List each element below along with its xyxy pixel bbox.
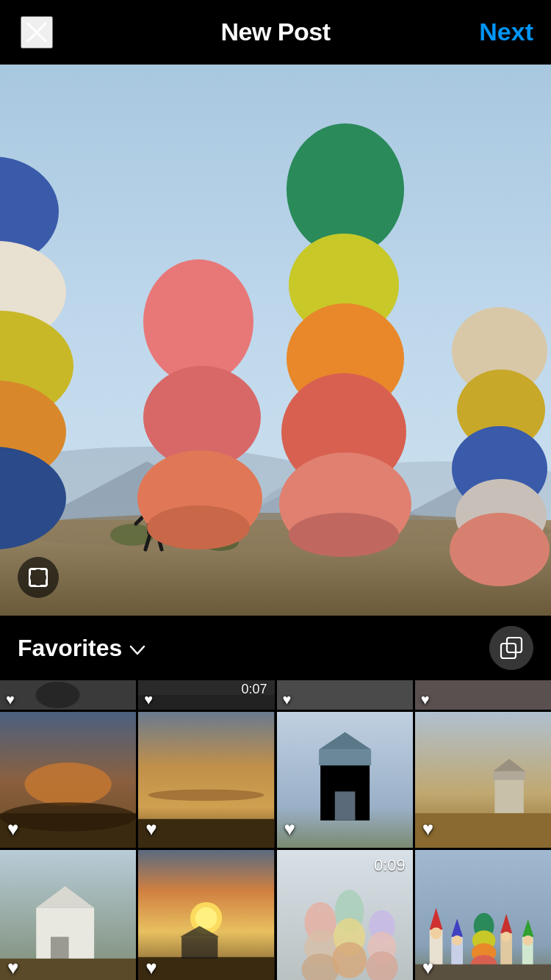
svg-rect-46: [277, 680, 413, 710]
svg-rect-61: [494, 777, 523, 813]
chevron-down-icon: [129, 639, 145, 660]
svg-point-24: [143, 259, 253, 384]
svg-rect-69: [0, 959, 136, 980]
svg-rect-64: [415, 813, 551, 848]
svg-rect-47: [415, 680, 551, 710]
svg-point-92: [452, 936, 462, 946]
like-icon: ♥: [283, 691, 292, 708]
like-icon: ♥: [284, 818, 295, 840]
grid-cell-r1c2[interactable]: ♥: [138, 712, 274, 848]
grid-partial-cell-4[interactable]: ♥: [415, 680, 551, 710]
grid-cell-r2c4[interactable]: ♥: [415, 850, 551, 980]
multi-select-button[interactable]: [489, 626, 533, 670]
duration-badge: 0:09: [374, 856, 406, 875]
like-icon: ♥: [145, 956, 156, 979]
svg-rect-57: [319, 749, 371, 765]
svg-rect-74: [181, 937, 217, 959]
grid-cell-r1c4[interactable]: ♥: [415, 712, 551, 848]
like-icon: ♥: [145, 818, 156, 840]
like-icon: ♥: [144, 691, 153, 708]
like-icon: ♥: [7, 818, 18, 840]
svg-rect-73: [138, 957, 274, 980]
duration-badge: 0:07: [241, 682, 267, 697]
grid-partial-cell-3[interactable]: ♥: [277, 680, 413, 710]
svg-point-27: [147, 505, 250, 550]
svg-point-82: [331, 942, 366, 978]
svg-point-53: [148, 789, 264, 801]
like-icon: ♥: [7, 956, 18, 979]
like-icon: ♥: [422, 956, 433, 979]
photo-preview: [0, 65, 551, 616]
svg-rect-54: [138, 819, 274, 848]
svg-rect-41: [501, 644, 516, 658]
album-bar: Favorites: [0, 616, 551, 680]
svg-point-102: [523, 936, 533, 946]
grid-cell-r2c3[interactable]: 0:09: [277, 850, 413, 980]
grid-partial-cell-1[interactable]: ♥: [0, 680, 136, 710]
page-title: New Post: [220, 18, 330, 46]
like-icon: ♥: [422, 818, 433, 840]
photo-grid: ♥ 0:07 ♥ ♥ ♥: [0, 680, 551, 980]
svg-point-99: [501, 932, 511, 943]
svg-rect-39: [29, 569, 47, 586]
album-name: Favorites: [18, 635, 122, 662]
grid-partial-cell-2[interactable]: 0:07 ♥: [138, 680, 274, 710]
grid-cell-r2c1[interactable]: ♥: [0, 850, 136, 980]
grid-cell-r1c1[interactable]: ♥: [0, 712, 136, 848]
svg-rect-45: [138, 695, 274, 710]
close-button[interactable]: [21, 16, 53, 48]
svg-point-43: [36, 682, 80, 708]
like-icon: ♥: [421, 691, 430, 708]
svg-point-89: [430, 928, 442, 940]
like-icon: ♥: [6, 691, 15, 708]
svg-rect-103: [415, 965, 551, 980]
svg-point-72: [195, 907, 217, 929]
svg-rect-62: [493, 771, 525, 780]
expand-button[interactable]: [18, 557, 59, 598]
svg-rect-40: [507, 638, 522, 652]
svg-point-51: [0, 802, 136, 831]
grid-cell-r1c3[interactable]: ♥: [277, 712, 413, 848]
svg-rect-59: [334, 791, 355, 820]
svg-point-33: [289, 513, 399, 557]
svg-point-38: [450, 513, 550, 586]
svg-point-49: [25, 763, 112, 806]
next-button[interactable]: Next: [479, 18, 533, 46]
header: New Post Next: [0, 0, 551, 65]
grid-cell-r2c2[interactable]: ♥: [138, 850, 274, 980]
album-selector[interactable]: Favorites: [18, 635, 145, 662]
